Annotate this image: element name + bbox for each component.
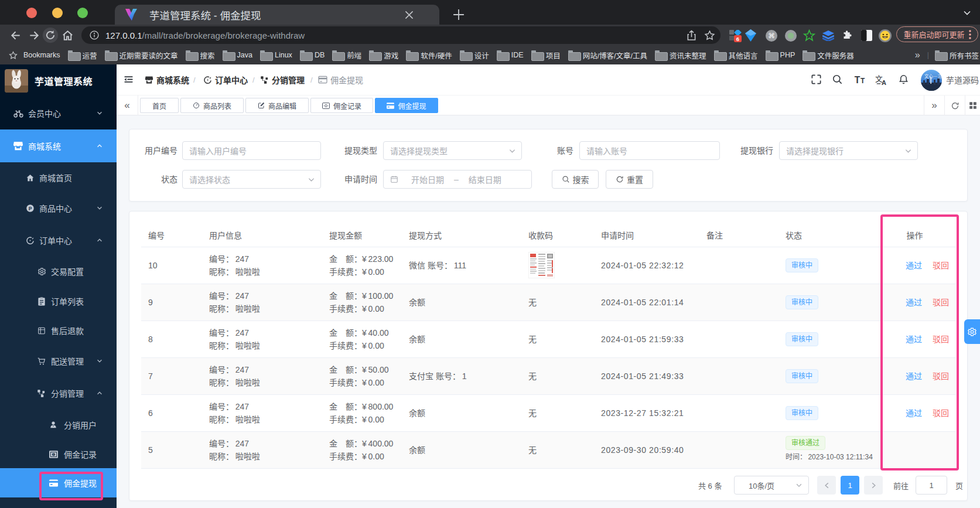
svg-text:0: 0 bbox=[53, 453, 54, 456]
svg-text:⌘: ⌘ bbox=[768, 32, 775, 39]
svg-text:文心: 文心 bbox=[924, 73, 934, 79]
svg-text:6: 6 bbox=[736, 36, 739, 42]
svg-text:T: T bbox=[855, 75, 861, 85]
svg-text:T: T bbox=[861, 77, 865, 85]
svg-text:A: A bbox=[882, 79, 886, 86]
svg-text:P: P bbox=[29, 205, 32, 211]
svg-text:一言: 一言 bbox=[933, 73, 942, 79]
